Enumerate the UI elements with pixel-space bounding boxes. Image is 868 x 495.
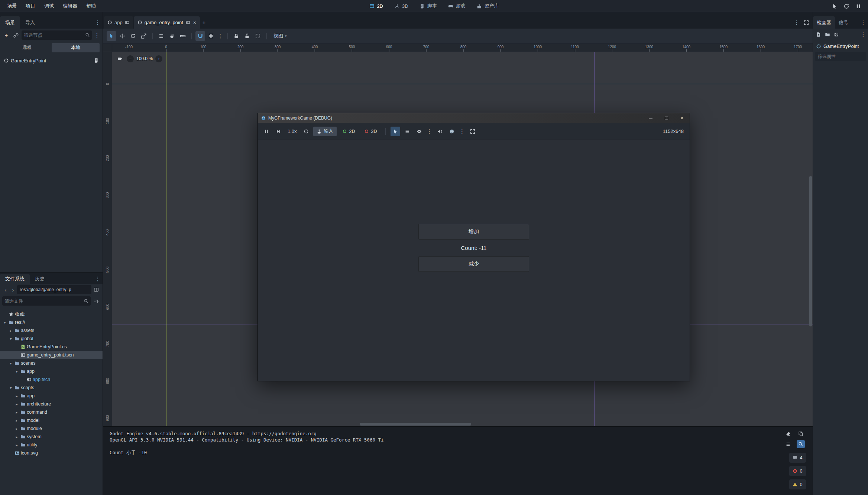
expand-chevron-icon[interactable]: [14, 443, 19, 447]
tab-list-menu-icon[interactable]: ⋮: [793, 19, 800, 26]
file-tree-item[interactable]: assets: [0, 326, 103, 335]
file-tree-item[interactable]: model: [0, 416, 103, 424]
file-tree-item[interactable]: app: [0, 367, 103, 375]
lock-button[interactable]: [231, 31, 241, 41]
workspace-tab[interactable]: 3D: [390, 0, 413, 12]
scene-tree-menu-icon[interactable]: ⋮: [94, 32, 100, 39]
embed-options-menu-icon[interactable]: ⋮: [459, 128, 466, 135]
split-view-button[interactable]: [92, 286, 100, 294]
dock-tab[interactable]: 历史: [30, 274, 50, 284]
file-tree-item[interactable]: res://: [0, 318, 103, 326]
grid-snap-toggle[interactable]: [206, 31, 216, 41]
expand-chevron-icon[interactable]: [14, 410, 19, 414]
expand-chevron-icon[interactable]: [14, 402, 19, 406]
nav-forward-button[interactable]: ›: [10, 287, 16, 293]
next-frame-button[interactable]: [273, 127, 283, 136]
file-tree-item[interactable]: 收藏:: [0, 310, 103, 318]
speed-menu[interactable]: 1.0x: [285, 128, 299, 134]
pan-tool[interactable]: [167, 31, 177, 41]
file-tree-item[interactable]: game_entry_point.tscn: [0, 351, 103, 359]
file-tree-item[interactable]: module: [0, 424, 103, 433]
workspace-tab[interactable]: 2D: [365, 0, 388, 12]
camera-override-button[interactable]: [116, 55, 124, 63]
increase-button[interactable]: 增加: [418, 224, 529, 240]
close-button[interactable]: ×: [674, 113, 690, 123]
new-tab-button[interactable]: +: [200, 19, 208, 27]
file-tree-item[interactable]: GameEntryPoint.cs: [0, 343, 103, 351]
scene-dock-menu-icon[interactable]: ⋮: [94, 19, 101, 26]
decrease-button[interactable]: 减少: [418, 256, 529, 272]
file-tree-item[interactable]: command: [0, 408, 103, 416]
scene-tab[interactable]: game_entry_point ×: [134, 16, 200, 29]
clear-output-button[interactable]: [784, 430, 792, 438]
menu-item[interactable]: 帮助: [82, 0, 100, 12]
script-icon[interactable]: [94, 58, 99, 63]
copy-output-button[interactable]: [797, 430, 805, 438]
close-tab-icon[interactable]: ×: [193, 20, 196, 26]
vertical-scrollbar[interactable]: [809, 52, 812, 422]
menu-item[interactable]: 场景: [3, 0, 21, 12]
sort-files-button[interactable]: [92, 297, 100, 305]
file-tree-item[interactable]: app: [0, 392, 103, 400]
input-mode-button[interactable]: 输入: [313, 127, 337, 136]
expand-chevron-icon[interactable]: [2, 320, 7, 325]
embed-game-button[interactable]: [447, 127, 457, 136]
game-select-tool[interactable]: [391, 127, 400, 136]
menu-item[interactable]: 项目: [22, 0, 39, 12]
menu-item[interactable]: 编辑器: [59, 0, 81, 12]
move-tool[interactable]: [117, 31, 127, 41]
path-field[interactable]: [17, 285, 91, 294]
load-resource-button[interactable]: [823, 30, 832, 39]
vertical-ruler[interactable]: 0100200300400500600700800900: [103, 52, 112, 426]
instance-scene-button[interactable]: [12, 31, 20, 39]
dock-tab[interactable]: 文件系统: [0, 274, 30, 284]
collapse-duplicates-button[interactable]: [784, 440, 792, 448]
restart-game-button[interactable]: [842, 2, 851, 11]
dock-tab[interactable]: 检查器: [813, 16, 835, 29]
file-tree-item[interactable]: utility: [0, 441, 103, 449]
scene-filter-input[interactable]: [24, 33, 85, 38]
new-resource-button[interactable]: [814, 30, 823, 39]
expand-chevron-icon[interactable]: [8, 386, 13, 390]
add-node-button[interactable]: +: [2, 31, 10, 39]
game-focus-button[interactable]: [830, 2, 839, 11]
viewport-canvas[interactable]: − 100.0 % + MyGFrameworkGame (DEBUG) ×: [112, 52, 813, 426]
suspend-button[interactable]: [262, 127, 271, 136]
workspace-tab[interactable]: 脚本: [415, 0, 441, 12]
resource-menu-icon[interactable]: ⋮: [860, 31, 867, 38]
message-filter-badge[interactable]: 4: [789, 453, 806, 463]
dock-tab[interactable]: 信号: [835, 16, 852, 29]
file-tree-item[interactable]: icon.svg: [0, 449, 103, 457]
camera-3d-button[interactable]: 3D: [361, 127, 380, 136]
view-menu[interactable]: 视图▾: [271, 33, 290, 39]
fullscreen-button[interactable]: [468, 127, 477, 136]
scene-tree-node[interactable]: GameEntryPoint: [0, 56, 103, 65]
smart-snap-toggle[interactable]: [195, 31, 205, 41]
group-button[interactable]: [253, 31, 263, 41]
snap-options-menu-icon[interactable]: ⋮: [217, 33, 224, 39]
select-tool[interactable]: [107, 31, 116, 41]
mute-audio-button[interactable]: [435, 127, 445, 136]
expand-chevron-icon[interactable]: [14, 435, 19, 439]
rotate-tool[interactable]: [128, 31, 138, 41]
workspace-tab[interactable]: 游戏: [444, 0, 470, 12]
scrollbar-thumb[interactable]: [809, 176, 812, 326]
nav-back-button[interactable]: ‹: [2, 287, 9, 293]
pause-game-button[interactable]: [854, 2, 863, 11]
save-resource-button[interactable]: [832, 30, 841, 39]
list-select-button[interactable]: [402, 127, 412, 136]
highlight-selection-button[interactable]: [414, 127, 424, 136]
file-tree-item[interactable]: system: [0, 433, 103, 441]
property-filter-input[interactable]: [815, 52, 866, 61]
ruler-tool[interactable]: [178, 31, 188, 41]
scrollbar-thumb[interactable]: [360, 423, 471, 426]
scale-tool[interactable]: [139, 31, 149, 41]
file-tree-item[interactable]: app.tscn: [0, 375, 103, 384]
select-options-menu-icon[interactable]: ⋮: [426, 128, 433, 135]
remote-button[interactable]: 远程: [3, 43, 51, 52]
file-tree-item[interactable]: scripts: [0, 384, 103, 392]
file-tree-item[interactable]: global: [0, 335, 103, 343]
message-filter-badge[interactable]: 0: [789, 479, 806, 489]
search-output-button[interactable]: [797, 440, 805, 448]
list-select-tool[interactable]: [156, 31, 166, 41]
